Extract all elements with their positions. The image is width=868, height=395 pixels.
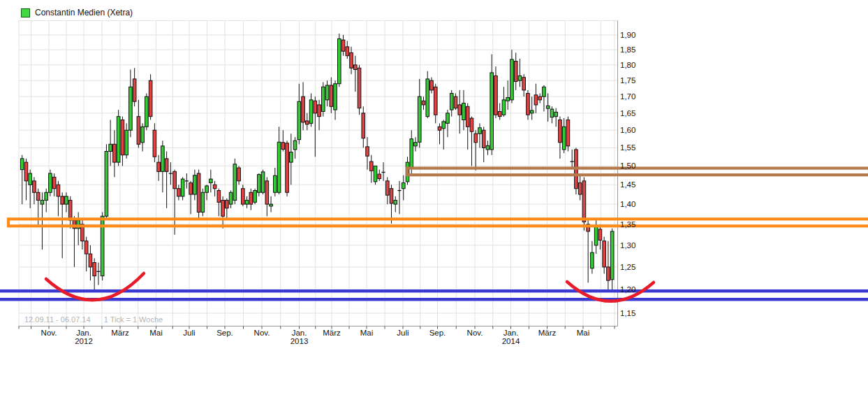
candle-up (65, 196, 68, 204)
candle-down (137, 117, 140, 145)
candle-down (350, 52, 353, 68)
candle-down (93, 263, 96, 276)
candle-doji (571, 161, 574, 161)
candle-down (341, 40, 345, 51)
candle-down (385, 181, 389, 195)
candle-down (538, 96, 542, 100)
candle-down (358, 68, 361, 108)
y-axis-label: 1,20 (620, 285, 635, 294)
chart-window: 1,901,851,801,751,701,651,601,551,501,45… (0, 0, 868, 395)
candle-up (20, 159, 24, 170)
candle-doji (169, 173, 172, 173)
candle-down (603, 241, 606, 267)
candle-down (221, 200, 225, 216)
candle-down (217, 190, 221, 202)
x-axis-label: Sep. (429, 329, 446, 337)
candle-up (290, 152, 293, 163)
candle-up (446, 113, 450, 124)
candle-down (466, 106, 469, 127)
y-axis-label: 1,75 (620, 76, 635, 85)
candle-down (369, 161, 373, 171)
candle-up (293, 141, 297, 150)
candle-up (490, 73, 494, 150)
y-axis-label: 1,45 (620, 180, 635, 189)
x-axis-label: Sep. (216, 329, 233, 337)
candle-up (450, 94, 453, 110)
candle-down (353, 65, 357, 70)
candle-down (438, 127, 441, 130)
date-range-label: 12.09.11 - 06.07.14 (24, 315, 91, 324)
x-axis: Nov.Jan.2012MärzMaiJuliSep.Nov.Jan.2013M… (19, 326, 615, 346)
candle-down (226, 200, 229, 208)
candle-up (510, 59, 514, 100)
candle-down (89, 254, 92, 267)
candle-up (309, 100, 313, 124)
candle-down (68, 200, 72, 220)
candle-down (121, 120, 124, 155)
candle-down (197, 173, 200, 212)
candle-down (36, 192, 40, 200)
tick-interval-label: 1 Tick = 1 Woche (104, 315, 163, 324)
candle-doji (381, 172, 385, 173)
y-axis-label: 1,40 (620, 200, 635, 208)
candle-up (297, 101, 301, 140)
candle-down (24, 162, 28, 181)
candle-down (522, 78, 526, 90)
candlestick-chart: 1,901,851,801,751,701,651,601,551,501,45… (0, 0, 868, 395)
annotations (0, 168, 868, 301)
candle-down (422, 101, 425, 105)
x-axis-label: Jan. (503, 329, 519, 337)
candle-down (378, 174, 381, 178)
candle-doji (397, 190, 401, 191)
candle-up (253, 190, 257, 202)
candle-down (302, 96, 305, 122)
candle-down (318, 105, 321, 117)
candle-up (518, 76, 522, 80)
y-axis-label: 1,85 (620, 45, 635, 54)
candle-up (543, 87, 546, 96)
candle-doji (96, 271, 100, 272)
candle-up (414, 143, 418, 146)
candle-down (213, 185, 216, 188)
brown-resistance-band (407, 168, 868, 175)
candle-down (177, 189, 181, 196)
candle-down (454, 96, 457, 108)
x-axis-year-label: 2014 (502, 337, 520, 345)
series-label: Constantin Medien (Xetra) (35, 8, 133, 17)
candle-up (546, 106, 550, 108)
candle-down (474, 134, 478, 143)
candle-up (270, 204, 273, 206)
orange-support-band (8, 219, 868, 226)
y-axis-label: 1,60 (620, 126, 635, 134)
x-axis-label: Nov. (254, 329, 270, 337)
candle-up (426, 79, 429, 117)
candle-up (410, 139, 413, 168)
y-axis-label: 1,80 (620, 61, 635, 69)
y-axis-label: 1,35 (620, 220, 635, 229)
x-axis-label: März (323, 329, 341, 337)
candle-down (362, 113, 365, 138)
x-axis-label: Jan. (292, 329, 307, 337)
candle-down (173, 171, 177, 188)
candle-up (506, 98, 510, 101)
candle-down (153, 130, 156, 157)
candle-up (462, 103, 466, 120)
candle-down (390, 189, 393, 203)
y-axis-label: 1,70 (620, 92, 635, 101)
candle-down (84, 241, 88, 254)
x-axis-label: Mai (149, 329, 163, 337)
candle-up (325, 85, 329, 100)
candle-up (258, 175, 261, 193)
x-axis-label: Mai (577, 329, 590, 337)
candle-down (330, 85, 333, 106)
candle-up (594, 227, 598, 245)
candle-down (470, 118, 473, 131)
candle-down (133, 79, 136, 101)
y-axis-label: 1,15 (620, 309, 635, 317)
axis-frame (19, 20, 618, 326)
candle-down (434, 87, 437, 115)
candle-up (161, 146, 165, 172)
candle-down (578, 183, 582, 195)
candle-up (129, 87, 133, 130)
x-axis-label: März (111, 329, 129, 337)
